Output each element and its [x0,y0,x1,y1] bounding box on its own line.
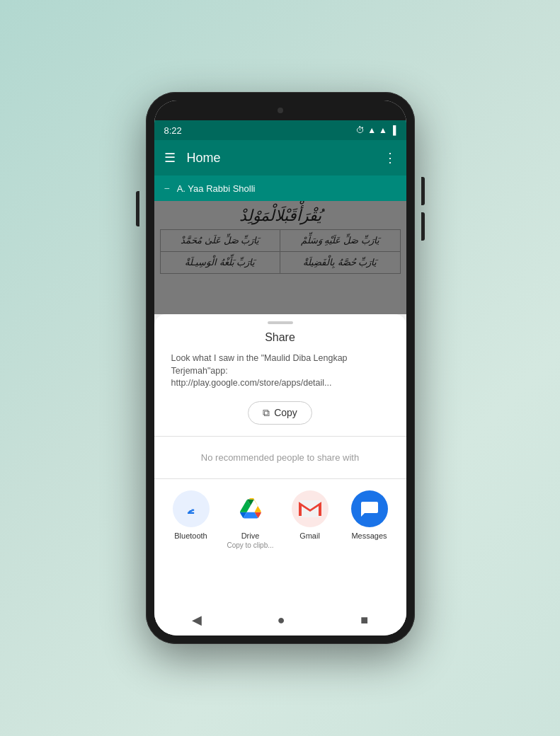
app-title: Home [187,151,384,166]
copy-button[interactable]: ⧉ Copy [248,401,312,425]
home-button[interactable]: ● [278,613,285,628]
gmail-label: Gmail [299,531,320,540]
messages-app-item[interactable]: Messages [340,490,399,549]
vol-up-button[interactable] [421,177,425,205]
phone-screen: 8:22 ⏱ ▲ ▲ ▐ ☰ Home ⋮ − A. Yaa Rabbi Sho… [154,100,406,636]
bluetooth-symbol: ⦟ [187,500,195,518]
arabic-cell-3: يَارَبِّ بَلِّغْهُ الْوَسِيـلَةْ [161,252,280,273]
app-row: ⦟ Bluetooth [154,479,406,555]
messages-icon-circle [351,490,388,527]
clock-icon: ⏱ [356,125,365,135]
messages-svg-icon [359,498,380,519]
bluetooth-app-item[interactable]: ⦟ Bluetooth [161,490,221,549]
arabic-cell-1: يَارَبِّ صَلِّ عَلَىٰ مُحَمَّدْ [161,230,280,251]
copy-icon: ⧉ [263,407,270,419]
share-sheet: Share Look what I saw in the "Maulid Dib… [154,314,406,604]
vol-down-button[interactable] [421,212,425,241]
arabic-cell-2: يَارَبِّ صَلِّ عَلَيْهِ وَسَلِّمْ [280,230,400,251]
phone-device: 8:22 ⏱ ▲ ▲ ▐ ☰ Home ⋮ − A. Yaa Rabbi Sho… [146,92,415,644]
share-text: Look what I saw in the "Maulid Diba Leng… [154,352,406,398]
gmail-app-item[interactable]: Gmail [280,490,340,549]
arabic-content: يُقْرَأْقَبْلَالْمَوْلِدْ يَارَبِّ صَلِّ… [154,201,406,314]
status-time: 8:22 [164,125,182,136]
content-area: يُقْرَأْقَبْلَالْمَوْلِدْ يَارَبِّ صَلِّ… [154,201,406,314]
drive-app-item[interactable]: Drive Copy to clipb... [221,490,280,549]
signal-icon: ▲ [379,125,387,135]
app-bar: ☰ Home ⋮ [154,140,406,176]
drive-sublabel: Copy to clipb... [227,541,273,549]
wifi-icon: ▲ [367,125,376,135]
status-icons: ⏱ ▲ ▲ ▐ [356,125,396,135]
copy-label: Copy [274,407,297,418]
more-options-icon[interactable]: ⋮ [384,150,396,166]
no-recommended-text: No recommended people to share with [154,437,406,478]
arabic-grid: يَارَبِّ صَلِّ عَلَىٰ مُحَمَّدْ يَارَبِّ… [160,229,401,274]
drive-svg-icon [240,498,261,519]
share-title: Share [154,328,406,352]
sub-bar-label: A. Yaa Rabbi Sholli [177,183,256,194]
minus-icon: − [164,183,170,194]
hamburger-icon[interactable]: ☰ [164,150,176,166]
recents-button[interactable]: ■ [360,613,368,628]
arabic-cell-4: يَارَبِّ حُصَّهُ بِالْفَضِيلَةْ [280,252,400,273]
sub-bar: − A. Yaa Rabbi Sholli [154,176,406,201]
battery-icon: ▐ [390,125,396,135]
gmail-svg-icon [299,500,321,517]
drive-label: Drive [241,531,260,540]
back-button[interactable]: ◀ [192,612,202,628]
drive-icon-circle [232,490,269,527]
status-bar: 8:22 ⏱ ▲ ▲ ▐ [154,120,406,140]
sheet-handle [268,321,293,324]
copy-button-container: ⧉ Copy [154,398,406,436]
nav-bar: ◀ ● ■ [154,604,406,636]
arabic-title: يُقْرَأْقَبْلَالْمَوْلِدْ [239,207,321,225]
bluetooth-label: Bluetooth [174,531,207,540]
gmail-icon-circle [292,490,328,527]
bluetooth-icon-circle: ⦟ [173,490,210,527]
notch-bar [154,100,406,120]
power-button[interactable] [136,191,139,226]
messages-label: Messages [351,531,387,540]
camera-icon [278,108,283,113]
